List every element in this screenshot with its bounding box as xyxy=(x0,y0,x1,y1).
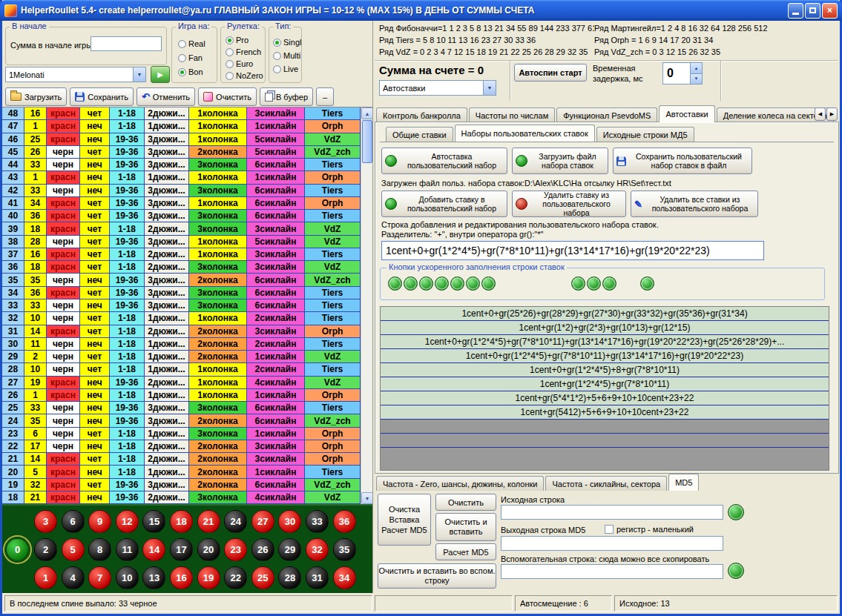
board-number-4[interactable]: 4 xyxy=(62,566,85,589)
delay-spinner[interactable]: 0 ▲ ▼ xyxy=(662,62,703,85)
subtab-user-bet-sets[interactable]: Наборы пользовательских ставок xyxy=(455,125,595,142)
radio-fan[interactable]: Fan xyxy=(178,53,203,62)
tab-md5[interactable]: MD5 xyxy=(668,474,699,491)
board-number-9[interactable]: 9 xyxy=(88,510,111,533)
board-number-32[interactable]: 32 xyxy=(306,538,329,561)
chip-button[interactable] xyxy=(435,276,449,291)
table-row[interactable]: 2435черннеч19-363дюжи...2колонка6сиклайн… xyxy=(2,414,361,427)
scrollbar-thumb[interactable] xyxy=(362,120,372,163)
autospin-start-button[interactable]: Автоспин старт xyxy=(514,64,587,82)
table-row[interactable]: 4036краснчет19-363дюжи...3колонка6сиклай… xyxy=(2,210,361,222)
board-number-25[interactable]: 25 xyxy=(251,566,274,589)
board-number-7[interactable]: 7 xyxy=(88,566,111,589)
table-row[interactable]: 3828чернчет19-363дюжи...1колонка5сиклайн… xyxy=(2,236,361,248)
md5-source-input[interactable] xyxy=(501,505,723,520)
board-number-1[interactable]: 1 xyxy=(34,566,57,589)
subtab-general-bets[interactable]: Общие ставки xyxy=(386,127,453,142)
chevron-down-icon[interactable]: ▼ xyxy=(133,67,145,82)
board-number-27[interactable]: 27 xyxy=(251,510,274,533)
table-row[interactable]: 3716краснчет1-182дюжи...1колонка3сиклайн… xyxy=(2,248,361,261)
table-row[interactable]: 4526чернчет19-363дюжи...2колонка5сиклайн… xyxy=(2,146,361,159)
board-number-24[interactable]: 24 xyxy=(224,510,247,533)
table-row[interactable]: 4433черннеч19-363дюжи...3колонка6сиклайн… xyxy=(2,159,361,171)
table-row[interactable]: 2810чернчет1-181дюжи...1колонка2сиклайнT… xyxy=(2,363,361,376)
md5-helper-input[interactable] xyxy=(501,564,723,579)
copy-buffer-button[interactable]: В буфер xyxy=(260,87,313,106)
bet-list-item[interactable]: 1cent+0+gr(1*2*4*5)+8+gr(7*8*10*11) xyxy=(381,363,829,377)
board-number-29[interactable]: 29 xyxy=(278,538,301,561)
radio-french[interactable]: French xyxy=(226,47,261,56)
table-row[interactable]: 4625красннеч19-363дюжи...1колонка5сиклай… xyxy=(2,133,361,146)
tab-autobets[interactable]: Автоставки xyxy=(659,105,714,122)
board-number-26[interactable]: 26 xyxy=(251,538,274,561)
table-row[interactable]: 292чернчет1-181дюжи...2колонка1сиклайнVd… xyxy=(2,351,361,363)
tab-number-frequencies[interactable]: Частоты по числам xyxy=(469,107,555,122)
radio-pro[interactable]: Pro xyxy=(226,36,249,44)
chip-button[interactable] xyxy=(466,276,480,291)
minimize-button[interactable] xyxy=(788,3,803,19)
table-row[interactable]: 3210чернчет1-181дюжи...1колонка2сиклайнT… xyxy=(2,312,361,325)
board-number-21[interactable]: 21 xyxy=(197,510,220,533)
table-row[interactable]: 4816краснчет1-182дюжи...1колонка3сиклайн… xyxy=(2,107,361,120)
table-row[interactable]: 4134краснчет19-363дюжи...1колонка6сиклай… xyxy=(2,197,361,210)
radio-bon[interactable]: Bon xyxy=(178,67,203,76)
board-number-10[interactable]: 10 xyxy=(116,566,139,589)
autobet-user-set-button[interactable]: Автоставка пользовательский набор xyxy=(381,148,507,174)
bet-list-item[interactable]: 1cent+0+gr(1*2*4*5)+gr(7*8*10*11)+gr(13*… xyxy=(381,349,829,363)
table-row[interactable]: 261красннеч1-181дюжи...1колонка1сиклайнO… xyxy=(2,389,361,402)
board-number-5[interactable]: 5 xyxy=(62,538,85,561)
tab-bankroll-control[interactable]: Контроль банкролла xyxy=(376,107,467,122)
bet-list-item[interactable]: 1cent+gr(1*2)+gr(2*3)+gr(10*13)+gr(12*15… xyxy=(381,321,829,335)
undo-button[interactable]: ↶Отменить xyxy=(137,87,195,106)
table-row[interactable]: 2114краснчет1-182дюжи...2колонка3сиклайн… xyxy=(2,453,361,466)
radio-real[interactable]: Real xyxy=(178,39,205,48)
strategy-combo[interactable]: 1Melonati ▼ xyxy=(5,67,146,82)
table-row[interactable]: 2217черннеч1-182дюжи...2колонка3сиклайнO… xyxy=(2,440,361,453)
tab-psevdoms[interactable]: Функционал PsevdoMS xyxy=(556,107,657,122)
board-number-19[interactable]: 19 xyxy=(197,566,220,589)
tab-nav-left-icon[interactable]: ◀ xyxy=(815,107,826,121)
board-number-13[interactable]: 13 xyxy=(142,566,165,589)
autobets-combo[interactable]: Автоставки ▼ xyxy=(379,80,496,96)
board-number-0[interactable]: 0 xyxy=(6,538,29,561)
board-number-18[interactable]: 18 xyxy=(170,510,193,533)
board-number-23[interactable]: 23 xyxy=(224,538,247,561)
chip-button[interactable] xyxy=(571,276,585,291)
board-number-34[interactable]: 34 xyxy=(333,566,356,589)
chip-button[interactable] xyxy=(404,276,418,291)
board-number-16[interactable]: 16 xyxy=(170,566,193,589)
table-row[interactable]: 1821красннеч19-362дюжи...3колонка4сиклай… xyxy=(2,491,361,504)
table-row[interactable]: 2719красннеч19-362дюжи...1колонка4сиклай… xyxy=(2,377,361,389)
board-number-28[interactable]: 28 xyxy=(278,566,301,589)
md5-calc-button[interactable]: Расчет MD5 xyxy=(435,543,496,560)
remove-bet-button[interactable]: Удалить ставку из пользовательского набо… xyxy=(512,191,626,217)
md5-clear-paste-helper-button[interactable]: Очистить и вставить во вспом. строку xyxy=(378,563,496,589)
tab-nav-right-icon[interactable]: ▶ xyxy=(826,107,838,121)
board-number-11[interactable]: 11 xyxy=(116,538,139,561)
chip-button[interactable] xyxy=(640,276,654,291)
bet-list-item[interactable]: 1cent+gr(5*4*1*2)+5+6+9+10+10cent+23+22 xyxy=(381,391,829,405)
table-row[interactable]: 3535черннеч19-363дюжи...2колонка6сиклайн… xyxy=(2,274,361,286)
board-number-36[interactable]: 36 xyxy=(333,510,356,533)
md5-output-input[interactable] xyxy=(501,536,723,551)
radio-live[interactable]: Live xyxy=(273,64,298,73)
radio-multi[interactable]: Multi xyxy=(273,51,300,60)
bet-string-input[interactable] xyxy=(381,241,764,260)
table-row[interactable]: 205красннеч1-181дюжи...2колонка1сиклайнT… xyxy=(2,466,361,478)
board-number-17[interactable]: 17 xyxy=(170,538,193,561)
table-row[interactable]: 431красннеч1-181дюжи...1колонка1сиклайнO… xyxy=(2,171,361,184)
subtab-md5-strings[interactable]: Исходные строки МД5 xyxy=(596,127,694,142)
board-number-12[interactable]: 12 xyxy=(116,510,139,533)
radio-euro[interactable]: Euro xyxy=(226,59,253,68)
save-button[interactable]: Сохранить xyxy=(70,87,134,106)
play-button[interactable]: ▶ xyxy=(151,66,170,83)
table-row[interactable]: 3618краснчет1-182дюжи...3колонка3сиклайн… xyxy=(2,261,361,274)
board-number-15[interactable]: 15 xyxy=(142,510,165,533)
close-button[interactable]: × xyxy=(822,3,838,19)
table-row[interactable]: 4233черннеч19-363дюжи...3колонка6сиклайн… xyxy=(2,185,361,197)
spinner-down-icon[interactable]: ▼ xyxy=(691,74,702,85)
board-number-22[interactable]: 22 xyxy=(224,566,247,589)
table-row[interactable]: 471красннеч1-181дюжи...1колонка1сиклайнO… xyxy=(2,120,361,133)
table-row[interactable]: 1932краснчет19-363дюжи...2колонка6сиклай… xyxy=(2,479,361,491)
chip-button[interactable] xyxy=(388,276,402,291)
